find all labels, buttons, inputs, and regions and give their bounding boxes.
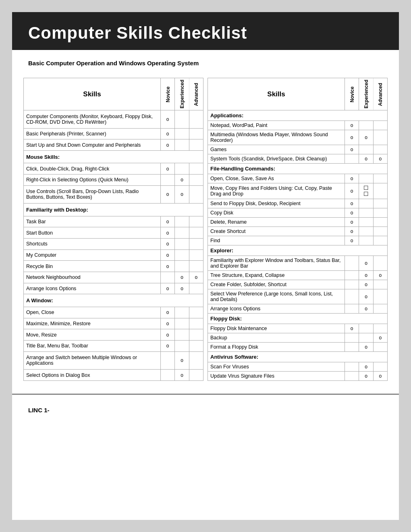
advanced-cell: o bbox=[189, 272, 203, 283]
skill-name-cell: Start Button bbox=[24, 227, 161, 239]
novice-cell bbox=[345, 333, 359, 343]
experienced-cell: o bbox=[359, 304, 373, 314]
novice-cell: o bbox=[345, 208, 359, 218]
advanced-cell bbox=[373, 304, 387, 314]
advanced-cell bbox=[189, 110, 203, 129]
experienced-cell: o bbox=[175, 185, 189, 204]
right-skills-heading: Skills bbox=[208, 78, 345, 110]
left-skills-heading: Skills bbox=[24, 78, 161, 110]
novice-cell: o bbox=[161, 329, 175, 341]
skill-name-cell: Title Bar, Menu Bar, Toolbar bbox=[24, 340, 161, 351]
experienced-cell: o bbox=[359, 280, 373, 289]
skill-name-cell: Basic Peripherals (Printer, Scanner) bbox=[24, 128, 161, 139]
novice-cell: o bbox=[161, 340, 175, 351]
novice-cell: o bbox=[345, 199, 359, 208]
novice-cell bbox=[345, 280, 359, 289]
right-header-row: Skills Novice Experienced Advanced bbox=[208, 78, 388, 110]
skill-name-cell: Move, Resize bbox=[24, 329, 161, 341]
skill-name-cell: Floppy Disk Maintenance bbox=[208, 324, 345, 333]
table-row: Tree Structure, Expand, Collapseoo bbox=[208, 271, 388, 280]
experienced-cell: o bbox=[359, 362, 373, 372]
experienced-cell: o bbox=[175, 351, 189, 370]
experienced-cell bbox=[175, 238, 189, 249]
table-row: Shortcutso bbox=[24, 238, 203, 249]
advanced-cell bbox=[189, 163, 203, 175]
novice-cell: o bbox=[161, 261, 175, 272]
skill-name-cell: Maximize, Minimize, Restore bbox=[24, 318, 161, 329]
section-header-row: Applications: bbox=[208, 110, 388, 121]
left-novice-header: Novice bbox=[161, 78, 175, 110]
table-row: Familiarity with Explorer Window and Too… bbox=[208, 256, 388, 271]
advanced-cell bbox=[189, 185, 203, 204]
table-row: Task Baro bbox=[24, 216, 203, 227]
advanced-cell bbox=[189, 174, 203, 185]
skill-name-cell: Move, Copy Files and Folders Using: Cut,… bbox=[208, 183, 345, 199]
skill-name-cell: Use Controls (Scroll Bars, Drop-Down Lis… bbox=[24, 185, 161, 204]
skill-name-cell: Arrange Icons Options bbox=[24, 283, 161, 294]
skill-name-cell: Task Bar bbox=[24, 216, 161, 227]
experienced-cell bbox=[175, 340, 189, 351]
table-row: Click, Double-Click, Drag, Right-Clicko bbox=[24, 163, 203, 175]
left-header-row: Skills Novice Experienced Advanced bbox=[24, 78, 203, 110]
experienced-cell bbox=[359, 199, 373, 208]
advanced-cell bbox=[189, 370, 203, 381]
experienced-cell bbox=[175, 318, 189, 329]
experienced-cell: o bbox=[359, 289, 373, 304]
section-header-cell: Floppy Disk: bbox=[208, 314, 388, 324]
table-row: Network Neighbourhoodoo bbox=[24, 272, 203, 283]
left-table-body: Computer Components (Monitor, Keyboard, … bbox=[24, 110, 203, 381]
skill-name-cell: Create Shortcut bbox=[208, 227, 345, 236]
advanced-cell bbox=[189, 261, 203, 272]
novice-cell bbox=[345, 256, 359, 271]
skill-name-cell: Start Up and Shut Down Computer and Peri… bbox=[24, 139, 161, 151]
novice-cell: o bbox=[161, 238, 175, 249]
tables-container: Skills Novice Experienced Advanced Compu… bbox=[12, 78, 399, 381]
advanced-cell bbox=[373, 145, 387, 154]
novice-cell bbox=[161, 351, 175, 370]
novice-cell bbox=[345, 362, 359, 372]
advanced-cell bbox=[373, 121, 387, 130]
experienced-cell bbox=[175, 128, 189, 139]
table-row: Update Virus Signature Filesoo bbox=[208, 372, 388, 381]
novice-cell bbox=[345, 271, 359, 280]
section-header-row: A Window: bbox=[24, 294, 203, 307]
section-header-row: File-Handling Commands: bbox=[208, 164, 388, 174]
advanced-cell bbox=[189, 351, 203, 370]
table-row: Floppy Disk Maintenanceo bbox=[208, 324, 388, 333]
novice-cell bbox=[345, 154, 359, 164]
experienced-cell bbox=[175, 163, 189, 175]
right-novice-header: Novice bbox=[345, 78, 359, 110]
skill-name-cell: Open, Close bbox=[24, 307, 161, 318]
novice-cell: o bbox=[161, 249, 175, 261]
novice-cell: o bbox=[161, 128, 175, 139]
skill-name-cell: Shortcuts bbox=[24, 238, 161, 249]
novice-cell: o bbox=[345, 236, 359, 245]
advanced-cell bbox=[373, 130, 387, 145]
skill-name-cell: Copy Disk bbox=[208, 208, 345, 218]
experienced-cell bbox=[175, 249, 189, 261]
table-row: Backupo bbox=[208, 333, 388, 343]
experienced-cell: o bbox=[175, 272, 189, 283]
experienced-cell: ☐☐ bbox=[359, 183, 373, 199]
skill-name-cell: Multimedia (Windows Media Player, Window… bbox=[208, 130, 345, 145]
experienced-cell: o bbox=[175, 174, 189, 185]
left-experienced-header: Experienced bbox=[175, 78, 189, 110]
novice-cell: o bbox=[161, 307, 175, 318]
table-row: Recycle Bino bbox=[24, 261, 203, 272]
novice-cell: o bbox=[161, 227, 175, 239]
table-row: Findo bbox=[208, 236, 388, 245]
novice-cell: o bbox=[345, 174, 359, 183]
table-row: System Tools (Scandisk, DriveSpace, Disk… bbox=[208, 154, 388, 164]
section-header-cell: Applications: bbox=[208, 110, 388, 121]
skill-name-cell: Recycle Bin bbox=[24, 261, 161, 272]
page-title: Computer Skills Checklist bbox=[28, 23, 383, 43]
advanced-cell bbox=[373, 199, 387, 208]
advanced-cell: o bbox=[373, 372, 387, 381]
page: Computer Skills Checklist Basic Computer… bbox=[12, 12, 399, 520]
skill-name-cell: Send to Floppy Disk, Desktop, Recipient bbox=[208, 199, 345, 208]
advanced-cell: o bbox=[373, 333, 387, 343]
experienced-cell bbox=[359, 208, 373, 218]
table-row: Create Shortcuto bbox=[208, 227, 388, 236]
section-header-cell: Mouse Skills: bbox=[24, 150, 203, 163]
novice-cell: o bbox=[345, 218, 359, 227]
